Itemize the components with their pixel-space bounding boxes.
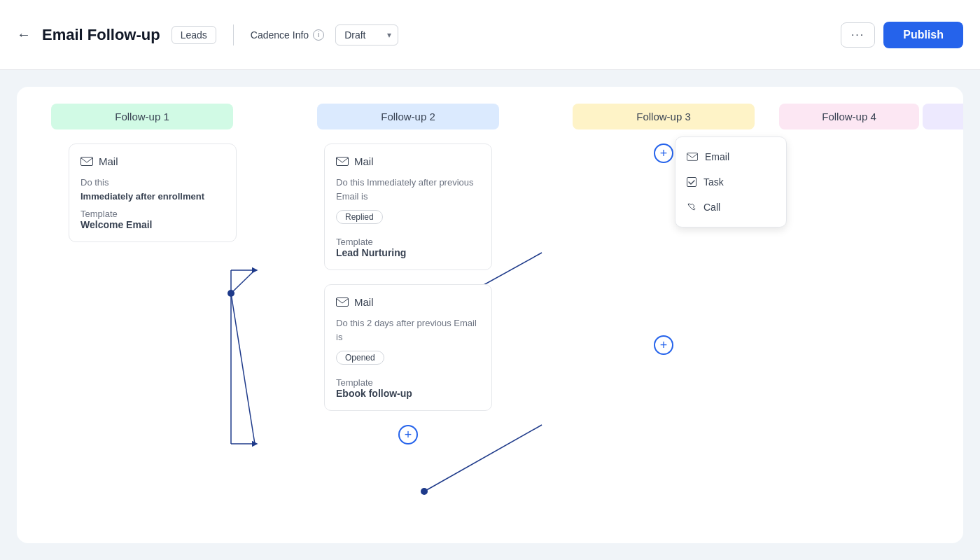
card-2b-timing: Do this 2 days after previous Email is	[336, 316, 480, 344]
header-divider	[233, 24, 234, 46]
col5-header: Follow-up 5	[923, 104, 963, 130]
card-2b[interactable]: Mail Do this 2 days after previous Email…	[324, 284, 492, 411]
svg-rect-11	[337, 158, 349, 166]
publish-button[interactable]: Publish	[883, 22, 963, 48]
mail-icon-2a	[336, 157, 349, 166]
add-button-col3-bottom[interactable]: +	[654, 335, 673, 355]
add-button-col2[interactable]: +	[398, 425, 418, 444]
col2-header-label: Follow-up 2	[381, 111, 435, 122]
svg-rect-10	[81, 158, 93, 166]
task-icon	[687, 177, 696, 187]
card-2b-type-label: Mail	[354, 296, 374, 308]
card-2a-type-label: Mail	[354, 155, 374, 167]
page-title: Email Follow-up	[42, 26, 160, 44]
card-2a-type: Mail	[336, 155, 480, 167]
status-select[interactable]: Draft Active Paused	[335, 24, 398, 46]
column-followup4: Follow-up 4	[776, 104, 923, 526]
card-2a-timing-label: Do this Immediately after previous Email…	[336, 177, 474, 202]
col1-header-label: Follow-up 1	[115, 111, 169, 122]
card-2a[interactable]: Mail Do this Immediately after previous …	[324, 144, 492, 270]
action-call[interactable]: Call	[676, 195, 786, 220]
action-email-label: Email	[705, 151, 729, 162]
mail-icon-1	[80, 157, 93, 166]
card-2a-template-label: Template	[336, 237, 480, 247]
col4-header: Follow-up 4	[779, 104, 919, 130]
col4-header-label: Follow-up 4	[822, 111, 876, 122]
header: ← Email Follow-up Leads Cadence Info i D…	[0, 0, 980, 70]
back-button[interactable]: ←	[17, 27, 31, 43]
email-icon	[687, 153, 698, 161]
col2-cards: Mail Do this Immediately after previous …	[324, 144, 492, 444]
back-icon: ←	[17, 27, 31, 43]
card-2b-template-name: Ebook follow-up	[336, 388, 480, 399]
card-1-timing-label: Do this	[80, 177, 108, 188]
card-1[interactable]: Mail Do this Immediately after enrollmen…	[69, 144, 237, 242]
col2-header: Follow-up 2	[317, 104, 499, 130]
card-2a-status-tag: Replied	[336, 210, 383, 224]
card-2b-status-tag: Opened	[336, 351, 384, 365]
workflow-area: Follow-up 1 Mail Do this Immediately aft…	[17, 87, 963, 543]
card-1-template-label: Template	[80, 209, 225, 219]
column-followup1: Follow-up 1 Mail Do this Immediately aft…	[34, 104, 251, 526]
card-1-type: Mail	[80, 155, 225, 167]
call-icon	[687, 202, 696, 212]
cadence-info-label: Cadence Info	[251, 29, 309, 41]
card-2b-type: Mail	[336, 296, 480, 308]
card-1-timing: Do this Immediately after enrollment	[80, 176, 225, 203]
info-icon[interactable]: i	[313, 29, 324, 41]
card-2a-timing: Do this Immediately after previous Email…	[336, 176, 480, 203]
header-right: ··· Publish	[841, 22, 963, 48]
mail-icon-2b	[336, 298, 349, 307]
col-gap-2	[517, 104, 566, 526]
col-gap-1	[251, 104, 300, 526]
col3-header-label: Follow-up 3	[636, 111, 691, 122]
card-1-timing-value: Immediately after enrollment	[80, 190, 225, 204]
col3-header: Follow-up 3	[573, 104, 755, 130]
card-2a-template-name: Lead Nurturing	[336, 247, 480, 258]
card-2b-template-label: Template	[336, 377, 480, 388]
svg-rect-13	[687, 153, 697, 161]
col1-header: Follow-up 1	[51, 104, 233, 130]
status-wrapper[interactable]: Draft Active Paused	[335, 24, 398, 46]
leads-badge: Leads	[172, 26, 216, 44]
action-task-label: Task	[704, 176, 724, 188]
action-email[interactable]: Email	[676, 144, 786, 169]
card-1-type-label: Mail	[99, 155, 118, 167]
action-call-label: Call	[704, 202, 720, 213]
canvas: Follow-up 1 Mail Do this Immediately aft…	[0, 70, 980, 560]
card-1-template-name: Welcome Email	[80, 219, 225, 230]
column-followup3: Follow-up 3 + Email	[566, 104, 762, 526]
column-followup5: Follow-up 5	[923, 104, 963, 526]
action-task[interactable]: Task	[676, 169, 786, 195]
card-2b-timing-label: Do this 2 days after previous Email is	[336, 318, 477, 342]
more-button[interactable]: ···	[841, 22, 875, 48]
cadence-info: Cadence Info i	[251, 29, 324, 41]
svg-rect-12	[337, 298, 349, 307]
action-dropdown: Email Task	[675, 136, 787, 227]
add-button-col3-top[interactable]: +	[654, 144, 673, 163]
column-followup2: Follow-up 2 Mail Do this Imme	[300, 104, 517, 526]
